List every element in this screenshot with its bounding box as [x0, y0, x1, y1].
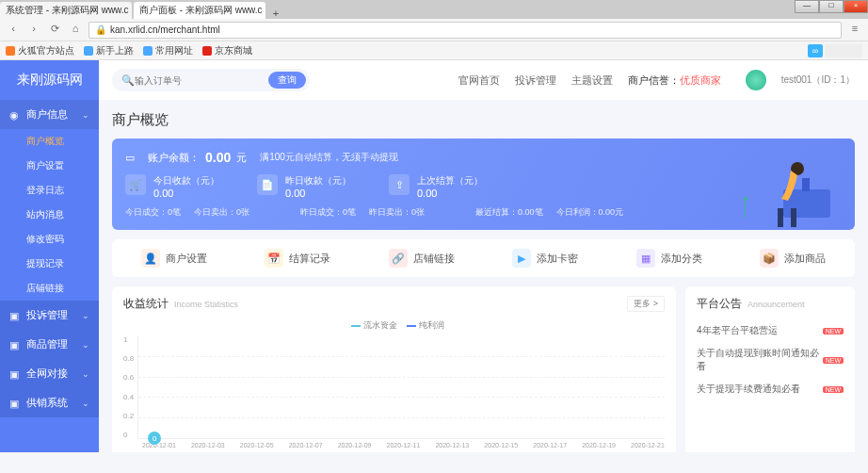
link-icon: 🔗 [389, 249, 408, 268]
notice-item[interactable]: 关于提现手续费通知必看NEW [697, 378, 844, 400]
nav-theme[interactable]: 主题设置 [571, 73, 613, 88]
sidebar-group-products[interactable]: ▣ 商品管理 ⌄ [0, 330, 99, 359]
sidebar-item-login-log[interactable]: 登录日志 [0, 178, 99, 203]
search-icon: 🔍 [121, 74, 135, 87]
dashboard-icon: ◉ [9, 109, 21, 121]
bookmark-item[interactable]: 新手上路 [84, 44, 134, 57]
box-icon: 📦 [760, 249, 779, 268]
maximize-button[interactable]: □ [819, 0, 844, 13]
svg-rect-4 [791, 208, 796, 227]
search-button[interactable]: 查询 [268, 72, 306, 89]
url-text: kan.xrlid.cn/merchant.html [110, 24, 220, 35]
top-nav: 官网首页 投诉管理 主题设置 商户信誉：优质商家 test001（ID：1） [458, 70, 855, 90]
minimize-button[interactable]: — [795, 0, 819, 13]
sidebar-label: 商户信息 [26, 107, 68, 122]
bag-icon: ▣ [9, 339, 21, 351]
supply-icon: ▣ [9, 398, 21, 409]
stat-last-settle: ⇪ 上次结算（元）0.00 [389, 174, 483, 199]
sidebar-item-withdraw[interactable]: 提现记录 [0, 252, 99, 276]
sidebar-group-merchant-info[interactable]: ◉ 商户信息 ⌄ [0, 100, 99, 129]
menu-button[interactable]: ≡ [847, 23, 862, 38]
sidebar-item-messages[interactable]: 站内消息 [0, 203, 99, 227]
reload-button[interactable]: ⟳ [47, 23, 62, 38]
bookmark-item[interactable]: 常用网址 [143, 44, 193, 57]
chevron-down-icon: ⌄ [82, 399, 89, 408]
quick-settings[interactable]: 👤商户设置 [112, 249, 236, 268]
profit-chart-card: 收益统计 Income Statistics 更多 > 流水资金 纯利润 1 0… [112, 286, 676, 452]
card-subtitle: Income Statistics [174, 300, 238, 309]
bookmarks-bar: 火狐官方站点 新手上路 常用网址 京东商城 ∞ [0, 41, 868, 60]
browser-tab[interactable]: 商户面板 - 来刚源码网 www.c × [134, 2, 265, 19]
complaint-icon: ▣ [9, 310, 21, 321]
svg-rect-3 [778, 208, 783, 227]
chart-legend: 流水资金 纯利润 [123, 319, 665, 332]
main-content: 🔍 查询 官网首页 投诉管理 主题设置 商户信誉：优质商家 test001（ID… [99, 60, 868, 452]
extension-widget[interactable] [825, 44, 862, 57]
balance-value: 0.00 [205, 150, 231, 165]
card-title: 平台公告 [697, 296, 742, 312]
bookmark-item[interactable]: 火狐官方站点 [6, 44, 74, 57]
sidebar-label: 商品管理 [26, 337, 68, 351]
window-controls: — □ × [795, 0, 868, 13]
browser-tab[interactable]: 系统管理 - 来刚源码网 www.c × [0, 2, 132, 19]
notice-item[interactable]: 关于自动提现到账时间通知必看NEW [697, 342, 844, 378]
lock-icon: 🔒 [95, 24, 106, 35]
bookmark-item[interactable]: 京东商城 [202, 44, 252, 57]
balance-unit: 元 [236, 151, 247, 165]
logo[interactable]: 来刚源码网 [0, 60, 99, 100]
notice-card: 平台公告 Announcement 4年老平台平稳营运NEW 关于自动提现到账时… [685, 286, 855, 452]
legend-dot [407, 325, 416, 327]
nav-home[interactable]: 官网首页 [458, 73, 500, 88]
chevron-down-icon: ⌄ [82, 369, 89, 379]
sidebar-item-change-pwd[interactable]: 修改密码 [0, 227, 99, 252]
balance-note: 满100元自动结算，无须手动提现 [260, 151, 398, 164]
back-button[interactable]: ‹ [6, 23, 21, 38]
notice-item[interactable]: 4年老平台平稳营运NEW [697, 319, 844, 342]
quick-add-category[interactable]: ▦添加分类 [607, 249, 731, 268]
page-title: 商户概览 [112, 111, 855, 129]
search-input[interactable] [135, 75, 268, 86]
sidebar: 来刚源码网 ◉ 商户信息 ⌄ 商户概览 商户设置 登录日志 站内消息 修改密码 … [0, 60, 99, 452]
sidebar-item-overview[interactable]: 商户概览 [0, 129, 99, 154]
settle-icon: ⇪ [389, 174, 410, 195]
card-subtitle: Announcement [747, 300, 805, 309]
svg-rect-1 [802, 178, 810, 191]
quick-shop-link[interactable]: 🔗店铺链接 [360, 249, 484, 268]
topbar: 🔍 查询 官网首页 投诉管理 主题设置 商户信誉：优质商家 test001（ID… [99, 60, 868, 100]
extension-icon[interactable]: ∞ [808, 44, 823, 57]
stat-today: 🛒 今日收款（元）0.00 [125, 174, 219, 199]
home-button[interactable]: ⌂ [68, 23, 83, 38]
user-id[interactable]: test001（ID：1） [781, 73, 855, 87]
browser-tabs: 系统管理 - 来刚源码网 www.c × 商户面板 - 来刚源码网 www.c … [0, 0, 868, 19]
play-icon: ▶ [512, 249, 531, 268]
address-bar[interactable]: 🔒 kan.xrlid.cn/merchant.html [88, 22, 842, 39]
sidebar-label: 全网对接 [26, 367, 68, 381]
quick-add-card[interactable]: ▶添加卡密 [484, 249, 608, 268]
hero-illustration [717, 142, 849, 230]
more-button[interactable]: 更多 > [627, 296, 665, 312]
new-tab-button[interactable]: + [267, 8, 284, 19]
quick-add-product[interactable]: 📦添加商品 [731, 249, 856, 268]
cart-icon: 🛒 [125, 174, 146, 195]
close-button[interactable]: × [844, 0, 868, 13]
sidebar-group-complaints[interactable]: ▣ 投诉管理 ⌄ [0, 301, 99, 330]
tab-title: 系统管理 - 来刚源码网 www.c [6, 4, 129, 17]
quick-settle[interactable]: 📅结算记录 [236, 249, 361, 268]
doc-icon: 📄 [257, 174, 278, 195]
y-axis: 1 0.8 0.6 0.4 0.2 0 [123, 335, 137, 439]
chart-plot[interactable]: 0 [137, 335, 665, 439]
calendar-icon: 📅 [265, 249, 283, 268]
chart-area: 1 0.8 0.6 0.4 0.2 0 0 [123, 335, 665, 439]
chevron-down-icon: ⌄ [82, 110, 89, 120]
sidebar-item-shop-link[interactable]: 店铺链接 [0, 276, 99, 301]
new-badge: NEW [823, 386, 844, 393]
sidebar-group-network[interactable]: ▣ 全网对接 ⌄ [0, 359, 99, 388]
avatar[interactable] [746, 70, 766, 90]
network-icon: ▣ [9, 368, 21, 380]
wallet-icon: ▭ [125, 152, 135, 164]
nav-complaints[interactable]: 投诉管理 [515, 73, 556, 88]
sidebar-group-supply[interactable]: ▣ 供销系统 ⌄ [0, 388, 99, 417]
new-badge: NEW [823, 357, 844, 364]
sidebar-item-settings[interactable]: 商户设置 [0, 154, 99, 178]
forward-button[interactable]: › [26, 23, 41, 38]
